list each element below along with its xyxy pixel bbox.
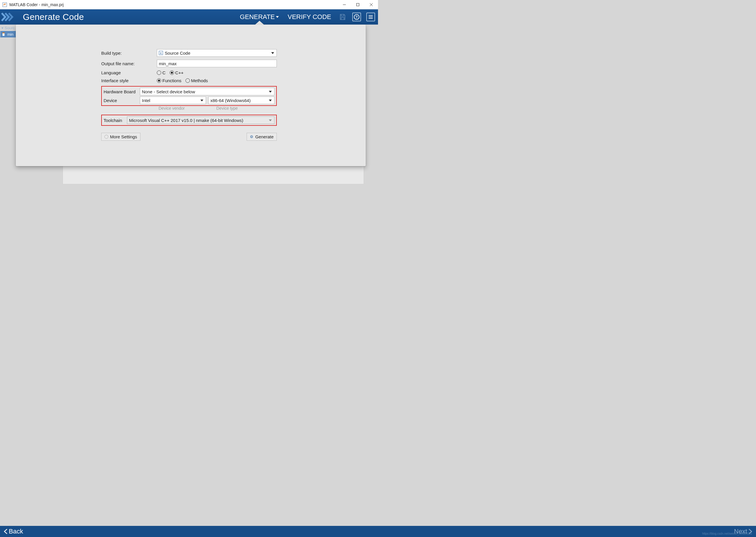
svg-rect-2 (357, 3, 359, 6)
sidebar-item-label: min (7, 32, 14, 37)
device-vendor-dropdown[interactable]: Intel (140, 97, 206, 104)
build-type-label: Build type: (101, 51, 157, 56)
language-label: Language (101, 70, 157, 75)
hardware-board-label: Hardware Board (104, 89, 140, 94)
sidebar-file-item[interactable]: min (0, 31, 16, 37)
generate-options-panel: Build type: c Source Code Output file na… (16, 24, 366, 166)
window-title: MATLAB Coder - min_max.prj (9, 2, 64, 7)
sidebar-item-label: Sourc (5, 26, 15, 30)
page-title: Generate Code (23, 12, 84, 22)
interface-functions-radio[interactable] (157, 78, 161, 83)
output-file-label: Output file name: (101, 61, 157, 66)
chevron-down-icon: ▾ (1, 26, 4, 30)
generate-icon: ⚙ (250, 135, 253, 139)
interface-methods-label: Methods (191, 78, 208, 83)
generate-button[interactable]: ⚙ Generate (247, 133, 277, 141)
svg-rect-0 (3, 3, 7, 7)
chevron-down-icon (200, 100, 203, 102)
menu-icon[interactable] (366, 13, 375, 21)
file-icon (1, 32, 6, 37)
header-bar: Generate Code GENERATE VERIFY CODE ? (0, 9, 378, 24)
save-icon[interactable] (338, 13, 347, 21)
source-code-icon: c (159, 51, 163, 55)
hardware-device-group: Hardware Board None - Select device belo… (101, 86, 277, 106)
wizard-progress-icon[interactable] (0, 9, 16, 24)
toolchain-label: Toolchain (104, 118, 127, 123)
device-type-hint: Device type (217, 106, 238, 110)
help-icon[interactable]: ? (352, 13, 361, 21)
language-c-label: C (162, 70, 166, 75)
hardware-board-dropdown[interactable]: None - Select device below (140, 88, 274, 95)
chevron-down-icon (269, 100, 272, 102)
gear-icon (105, 135, 108, 139)
close-button[interactable] (364, 0, 378, 9)
chevron-down-icon (269, 120, 272, 121)
interface-methods-radio[interactable] (186, 78, 190, 83)
device-type-dropdown[interactable]: x86-64 (Windows64) (208, 97, 274, 104)
generate-dropdown[interactable]: GENERATE (238, 9, 280, 24)
interface-style-label: Interface style (101, 78, 157, 83)
language-cpp-radio[interactable] (170, 70, 174, 75)
interface-functions-label: Functions (162, 78, 181, 83)
chevron-down-icon (269, 91, 272, 93)
language-c-radio[interactable] (157, 70, 161, 75)
toolchain-group: Toolchain Microsoft Visual C++ 2017 v15.… (101, 115, 277, 126)
titlebar: MATLAB Coder - min_max.prj (0, 0, 378, 9)
sidebar: ▾ Sourc min (0, 24, 16, 37)
chevron-down-icon (276, 16, 279, 18)
device-vendor-hint: Device vendor (158, 106, 185, 110)
sidebar-tree-node[interactable]: ▾ Sourc (0, 24, 16, 31)
verify-code-button[interactable]: VERIFY CODE (286, 9, 333, 24)
app-icon (2, 2, 7, 7)
output-file-input[interactable]: min_max (157, 60, 277, 67)
svg-rect-11 (2, 32, 5, 33)
more-settings-button[interactable]: More Settings (101, 133, 141, 141)
minimize-button[interactable] (338, 0, 351, 9)
chevron-down-icon (271, 52, 274, 54)
maximize-button[interactable] (351, 0, 364, 9)
toolchain-dropdown[interactable]: Microsoft Visual C++ 2017 v15.0 | nmake … (127, 116, 274, 124)
build-type-dropdown[interactable]: c Source Code (157, 49, 277, 57)
svg-text:?: ? (356, 15, 357, 19)
device-label: Device (104, 98, 140, 103)
language-cpp-label: C++ (175, 70, 184, 75)
